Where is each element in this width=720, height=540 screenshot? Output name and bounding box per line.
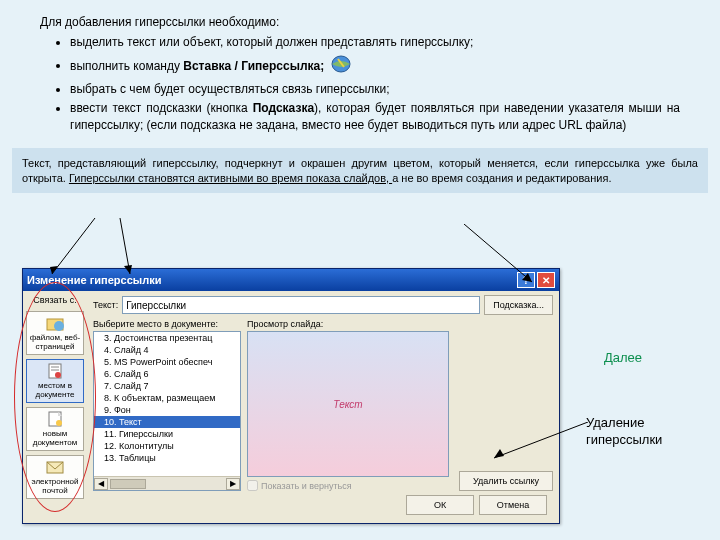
slide-preview: Текст <box>247 331 449 477</box>
remove-link-button[interactable]: Удалить ссылку <box>459 471 553 491</box>
slide-tree[interactable]: 3. Достоинства презентац4. Слайд 45. MS … <box>93 331 241 491</box>
intro-li4: ввести текст подсказки (кнопка Подсказка… <box>70 100 680 134</box>
tree-item[interactable]: 6. Слайд 6 <box>94 368 240 380</box>
linkto-web-button[interactable]: файлом, веб-страницей <box>26 311 84 355</box>
show-return-checkbox <box>247 480 258 491</box>
intro-li1: выделить текст или объект, который долже… <box>70 34 680 51</box>
globe-icon <box>328 53 354 80</box>
mail-icon <box>44 458 66 476</box>
tree-item[interactable]: 7. Слайд 7 <box>94 380 240 392</box>
tree-item[interactable]: 10. Текст <box>94 416 240 428</box>
tree-item[interactable]: 3. Достоинства презентац <box>94 332 240 344</box>
intro-li2: выполнить команду Вставка / Гиперссылка; <box>70 53 680 80</box>
tree-item[interactable]: 9. Фон <box>94 404 240 416</box>
svg-line-13 <box>120 218 130 274</box>
scroll-thumb[interactable] <box>110 479 146 489</box>
svg-line-11 <box>52 218 95 274</box>
tree-item[interactable]: 4. Слайд 4 <box>94 344 240 356</box>
dialog-titlebar[interactable]: Изменение гиперссылки ? ✕ <box>23 269 559 291</box>
note-box: Текст, представляющий гиперссылку, подче… <box>12 148 708 194</box>
linkto-panel: Связать с: файлом, веб-страницей местом … <box>23 291 87 523</box>
tree-item[interactable]: 5. MS PowerPoint обеспеч <box>94 356 240 368</box>
intro-li3: выбрать с чем будет осуществляться связь… <box>70 81 680 98</box>
delete-link-label: Удаление гиперссылки <box>586 415 706 449</box>
preview-label: Просмотр слайда: <box>247 319 449 329</box>
svg-point-9 <box>56 420 62 426</box>
help-button[interactable]: ? <box>517 272 535 288</box>
next-link[interactable]: Далее <box>604 350 642 365</box>
tree-scrollbar[interactable]: ◀ ▶ <box>94 476 240 490</box>
tooltip-button[interactable]: Подсказка... <box>484 295 553 315</box>
tree-item[interactable]: 8. К объектам, размещаем <box>94 392 240 404</box>
intro-text: Для добавления гиперссылки необходимо: в… <box>0 0 720 142</box>
svg-point-6 <box>55 372 61 378</box>
scroll-left-icon[interactable]: ◀ <box>94 478 108 490</box>
tree-item[interactable]: 12. Колонтитулы <box>94 440 240 452</box>
intro-heading: Для добавления гиперссылки необходимо: <box>40 14 680 31</box>
linkto-doc-button[interactable]: местом в документе <box>26 359 84 403</box>
show-return-label: Показать и вернуться <box>261 481 352 491</box>
ok-button[interactable]: ОК <box>406 495 474 515</box>
dialog-title: Изменение гиперссылки <box>27 274 515 286</box>
svg-point-2 <box>54 321 64 331</box>
cancel-button[interactable]: Отмена <box>479 495 547 515</box>
tree-item[interactable]: 11. Гиперссылки <box>94 428 240 440</box>
preview-slide-text: Текст <box>333 399 362 410</box>
tree-item[interactable]: 13. Таблицы <box>94 452 240 464</box>
hyperlink-dialog: Изменение гиперссылки ? ✕ Связать с: фай… <box>22 268 560 524</box>
document-icon <box>44 362 66 380</box>
linkto-label: Связать с: <box>33 295 76 305</box>
close-button[interactable]: ✕ <box>537 272 555 288</box>
text-label: Текст: <box>93 300 118 310</box>
linkto-mail-button[interactable]: электронной почтой <box>26 455 84 499</box>
linkto-new-button[interactable]: новым документом <box>26 407 84 451</box>
scroll-right-icon[interactable]: ▶ <box>226 478 240 490</box>
new-doc-icon <box>44 410 66 428</box>
text-input[interactable] <box>122 296 480 314</box>
select-place-label: Выберите место в документе: <box>93 319 241 329</box>
folder-globe-icon <box>44 314 66 332</box>
